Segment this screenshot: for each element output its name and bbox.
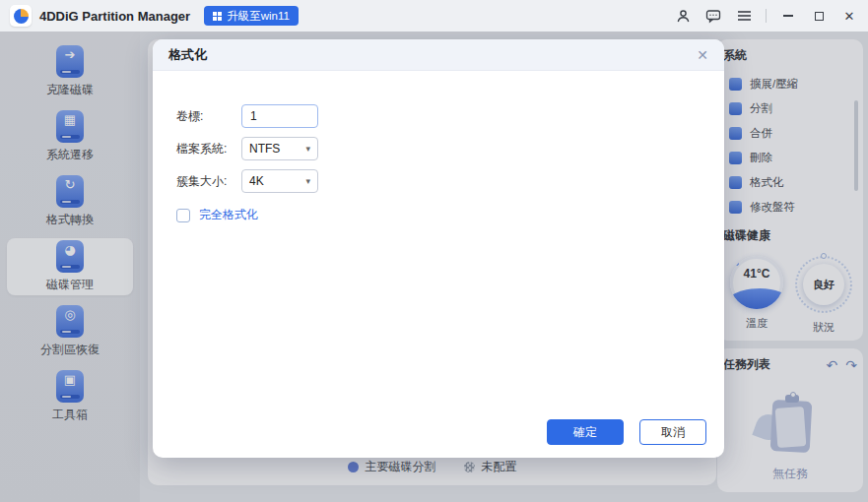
close-icon: ✕ [697, 47, 708, 63]
menu-button[interactable] [735, 7, 753, 25]
titlebar: 4DDiG Partition Manager 升級至win11 ✕ [0, 0, 868, 31]
full-format-label[interactable]: 完全格式化 [199, 207, 258, 223]
full-format-checkbox[interactable] [176, 209, 190, 222]
volume-label-input[interactable] [241, 104, 318, 128]
chevron-down-icon: ▾ [305, 144, 310, 154]
app-title: 4DDiG Partition Manager [39, 9, 190, 24]
chevron-down-icon: ▾ [305, 176, 310, 186]
dialog-title: 格式化 [168, 46, 207, 64]
cluster-size-value: 4K [249, 174, 264, 188]
format-dialog: 格式化 ✕ 卷標: 檔案系統: NTFS ▾ 簇集大小: 4K ▾ 完全格式化 [153, 39, 724, 458]
dialog-close-button[interactable]: ✕ [697, 48, 708, 62]
file-system-value: NTFS [249, 142, 280, 156]
dialog-header: 格式化 ✕ [153, 39, 724, 71]
cluster-size-select[interactable]: 4K ▾ [241, 169, 318, 193]
windows-icon [213, 12, 222, 21]
account-button[interactable] [674, 7, 692, 25]
file-system-select[interactable]: NTFS ▾ [241, 137, 318, 160]
feedback-button[interactable] [704, 7, 722, 25]
volume-label-label: 卷標: [176, 108, 241, 125]
close-window-button[interactable]: ✕ [840, 7, 858, 25]
cluster-size-label: 簇集大小: [176, 173, 241, 190]
cancel-button[interactable]: 取消 [639, 419, 706, 445]
maximize-button[interactable] [810, 7, 828, 25]
titlebar-divider [766, 9, 767, 23]
close-icon: ✕ [844, 10, 855, 23]
hamburger-menu-icon [737, 10, 752, 22]
confirm-button[interactable]: 確定 [547, 419, 624, 445]
chat-bubble-icon [705, 9, 721, 24]
dialog-footer: 確定 取消 [547, 419, 706, 445]
minimize-button[interactable] [779, 7, 797, 25]
maximize-icon [815, 12, 824, 21]
person-icon [676, 9, 691, 24]
full-format-row: 完全格式化 [176, 207, 258, 223]
content-area: ➔ 克隆磁碟 ▦ 系統遷移 ↻ 格式轉換 ◕ 磁碟管理 ◎ 分割區恢復 ▣ 工具… [0, 31, 868, 502]
logo-pie-icon [14, 9, 29, 24]
minimize-icon [783, 15, 793, 17]
app-logo [10, 5, 32, 27]
upgrade-to-win11-button[interactable]: 升級至win11 [204, 6, 299, 26]
cluster-size-row: 簇集大小: 4K ▾ [176, 169, 318, 193]
upgrade-button-label: 升級至win11 [227, 9, 290, 24]
file-system-label: 檔案系統: [176, 141, 241, 157]
volume-label-row: 卷標: [176, 104, 318, 128]
file-system-row: 檔案系統: NTFS ▾ [176, 137, 318, 160]
